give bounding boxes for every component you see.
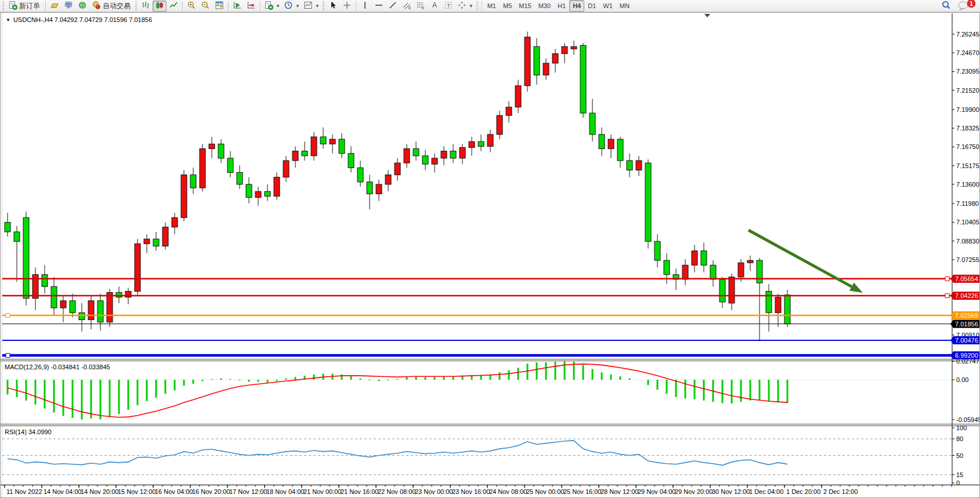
- notifications-button[interactable]: 1: [957, 0, 974, 12]
- candle-up: [395, 163, 400, 175]
- auto-trading-icon: [92, 1, 101, 12]
- candle-up: [330, 139, 335, 144]
- horizontal-line-tool-button[interactable]: [372, 1, 386, 12]
- line-handle[interactable]: [6, 314, 10, 318]
- ohlc-bars-icon: [141, 1, 150, 12]
- candle-down: [51, 286, 57, 308]
- timeframe-h1[interactable]: H1: [554, 0, 569, 12]
- zoom-in-icon: [187, 1, 196, 12]
- timeframe-w1[interactable]: W1: [599, 0, 616, 12]
- timeframe-d1[interactable]: D1: [584, 0, 599, 12]
- tile-windows-button[interactable]: [212, 1, 226, 12]
- text-tool-button[interactable]: A: [428, 1, 442, 12]
- chart-canvas[interactable]: 7.262457.246707.230957.215207.199007.183…: [1, 13, 979, 497]
- line-handle[interactable]: [945, 294, 949, 298]
- new-chart-button[interactable]: ▼: [262, 1, 282, 12]
- timeframe-m30[interactable]: M30: [535, 0, 554, 12]
- chart-shift-button[interactable]: [244, 1, 258, 12]
- candle-up: [209, 144, 215, 148]
- candle-up: [682, 265, 688, 279]
- shift-marker[interactable]: [704, 14, 710, 17]
- cursor-tool-button[interactable]: [326, 1, 340, 12]
- time-tick-label: 24 Nov 08:00: [489, 488, 527, 495]
- cursor-icon: [328, 1, 338, 12]
- timeframe-m1[interactable]: M1: [484, 0, 500, 12]
- candle-up: [200, 149, 205, 188]
- data-window-button[interactable]: [62, 1, 75, 12]
- time-tick-label: 28 Nov 12:00: [601, 488, 638, 495]
- candle-down: [534, 46, 540, 75]
- rsi-label: RSI(14) 34.0990: [5, 428, 52, 435]
- collapse-arrow-icon[interactable]: ▼: [6, 17, 10, 23]
- macd-pane: [8, 361, 787, 419]
- toolbar-grip[interactable]: [135, 1, 137, 10]
- shift-marker-icon[interactable]: [704, 14, 710, 17]
- timeframe-m15[interactable]: M15: [515, 0, 534, 12]
- candlestick-type-button[interactable]: [153, 1, 167, 12]
- candle-up: [107, 292, 113, 322]
- time-tick-label: 18 Nov 04:00: [266, 488, 304, 495]
- line-handle[interactable]: [945, 277, 949, 281]
- periods-button[interactable]: ▼: [282, 1, 302, 12]
- line-chart-type-button[interactable]: [167, 1, 180, 12]
- price-tick-label: 7.21520: [956, 87, 979, 94]
- time-tick-label: 17 Nov 12:00: [229, 488, 267, 495]
- crosshair-tool-button[interactable]: [340, 1, 354, 12]
- search-button[interactable]: [939, 1, 953, 12]
- candle-down: [265, 191, 270, 196]
- candle-down: [450, 151, 456, 158]
- candle-up: [747, 260, 753, 263]
- arrows-tool-button[interactable]: ▼: [455, 1, 475, 12]
- candle-down: [664, 260, 670, 275]
- macd-tick-label: -0.059451: [956, 416, 979, 423]
- templates-button[interactable]: ▼: [302, 1, 321, 12]
- vertical-line-tool-button[interactable]: [358, 1, 372, 12]
- new-order-button[interactable]: 新订单: [6, 1, 44, 12]
- zoom-out-button[interactable]: [198, 1, 212, 12]
- zoom-in-button[interactable]: [185, 1, 198, 12]
- axis-price-tag-text: 7.02569: [955, 312, 978, 319]
- candle-down: [190, 175, 196, 188]
- label-tool-button[interactable]: T: [442, 1, 455, 12]
- fibonacci-tool-button[interactable]: F: [414, 1, 428, 12]
- time-tick-label: 14 Nov 04:00: [44, 488, 81, 495]
- auto-scroll-button[interactable]: [230, 1, 244, 12]
- macd-tick-label: 0.00: [956, 376, 968, 383]
- candle-up: [135, 243, 140, 291]
- auto-trading-button[interactable]: 自动交易: [89, 1, 134, 12]
- candle-down: [599, 135, 605, 149]
- rsi-tick-label: 15: [956, 471, 963, 478]
- candle-down: [367, 182, 373, 194]
- price-tick-label: 7.26245: [956, 31, 979, 38]
- time-axis[interactable]: 11 Nov 202214 Nov 04:0014 Nov 20:0015 No…: [5, 485, 952, 495]
- candle-up: [497, 115, 502, 135]
- price-tick-label: 7.19900: [956, 106, 979, 113]
- rsi-tick-label: 80: [956, 435, 963, 442]
- toolbar-grip[interactable]: [476, 1, 478, 10]
- candle-down: [580, 45, 586, 113]
- dropdown-arrow-icon: ▼: [469, 3, 473, 9]
- line-handle[interactable]: [6, 354, 10, 358]
- toolbar-grip[interactable]: [2, 1, 4, 10]
- timeframe-m5[interactable]: M5: [500, 0, 515, 12]
- rsi-tick-label: 0: [956, 479, 960, 486]
- price-axis[interactable]: 7.262457.246707.230957.215207.199007.183…: [952, 13, 979, 486]
- channel-tool-button[interactable]: E: [400, 1, 414, 12]
- candle-up: [525, 37, 530, 86]
- candle-down: [339, 139, 345, 154]
- trend-arrow[interactable]: [748, 230, 863, 293]
- notification-badge: 1: [967, 0, 975, 8]
- level-lines[interactable]: [2, 277, 952, 357]
- time-tick-label: 16 Nov 04:00: [155, 488, 193, 495]
- bar-chart-type-button[interactable]: [139, 1, 153, 12]
- timeframe-h4[interactable]: H4: [569, 0, 584, 12]
- candles: [5, 32, 790, 341]
- toolbar-grip[interactable]: [323, 1, 324, 10]
- market-watch-button[interactable]: [48, 1, 62, 12]
- timeframe-group: M1M5M15M30H1H4D1W1MN: [484, 0, 633, 12]
- candle-up: [181, 175, 187, 218]
- trendline-tool-button[interactable]: [386, 1, 400, 12]
- navigator-button[interactable]: [75, 1, 89, 12]
- candlestick-icon: [155, 1, 164, 12]
- timeframe-mn[interactable]: MN: [616, 0, 633, 12]
